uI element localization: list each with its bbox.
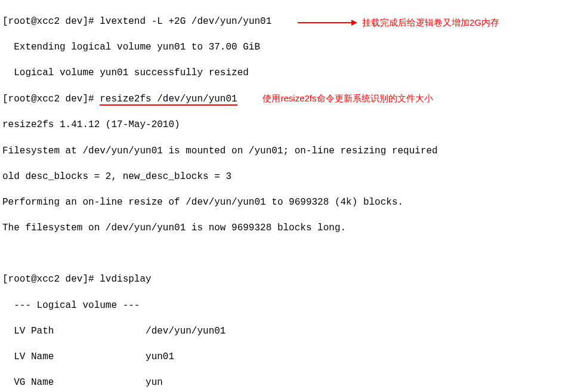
output-line: The filesystem on /dev/yun/yun01 is now … [2, 222, 585, 235]
output-line: old desc_blocks = 2, new_desc_blocks = 3 [2, 171, 585, 184]
command-resize2fs: resize2fs /dev/yun/yun01 [100, 94, 237, 106]
prompt: [root@xcc2 dev]# [2, 94, 94, 104]
field-value: yun [146, 377, 163, 388]
field-key: LV Name [2, 351, 140, 362]
annotation-2: 使用resize2fs命令更新系统识别的文件大小 [262, 93, 432, 103]
output-line: Logical volume yun01 successfully resize… [2, 67, 585, 80]
field-key: LV Path [2, 326, 140, 337]
field-value: /dev/yun/yun01 [146, 326, 225, 337]
output-line: Extending logical volume yun01 to 37.00 … [2, 41, 585, 54]
terminal-output: [root@xcc2 dev]# lvextend -L +2G /dev/yu… [2, 2, 585, 392]
prompt: [root@xcc2 dev]# [2, 274, 94, 285]
field-value: yun01 [146, 351, 174, 362]
command-lvextend: lvextend -L +2G /dev/yun/yun01 [100, 16, 271, 27]
field-key: VG Name [2, 377, 140, 388]
output-line: --- Logical volume --- [2, 300, 585, 313]
prompt: [root@xcc2 dev]# [2, 16, 94, 27]
output-line: Filesystem at /dev/yun/yun01 is mounted … [2, 145, 585, 158]
annotation-1: 挂载完成后给逻辑卷又增加2G内存 [362, 17, 499, 29]
command-lvdisplay: lvdisplay [100, 274, 151, 285]
output-line: resize2fs 1.41.12 (17-May-2010) [2, 119, 585, 132]
output-line: Performing an on-line resize of /dev/yun… [2, 196, 585, 209]
